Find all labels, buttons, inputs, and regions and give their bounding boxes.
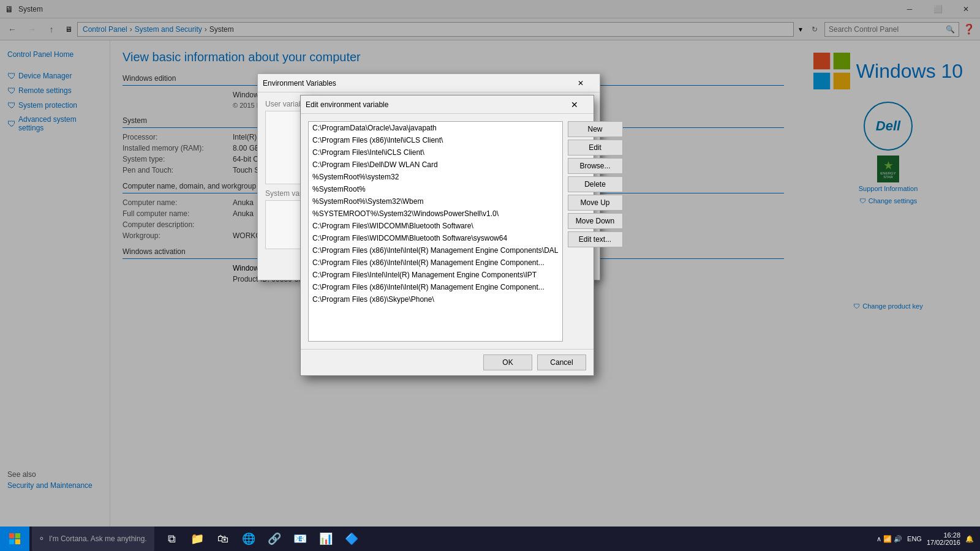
notification-button[interactable]: 🔔 <box>965 535 974 543</box>
path-list-area: C:\ProgramData\Oracle\Java\javapathC:\Pr… <box>308 121 563 342</box>
edit-env-dialog: Edit environment variable ✕ C:\ProgramDa… <box>300 95 594 376</box>
network-button[interactable]: 🔗 <box>262 527 287 551</box>
file-explorer-button[interactable]: 📁 <box>185 527 209 551</box>
svg-rect-6 <box>9 539 14 544</box>
list-item-empty[interactable] <box>309 330 562 342</box>
list-item[interactable]: C:\ProgramData\Oracle\Java\javapath <box>309 122 562 134</box>
list-item[interactable]: C:\Program Files (x86)\Intel\Intel(R) Ma… <box>309 281 562 293</box>
date-display: 17/02/2016 <box>927 539 960 546</box>
delete-button[interactable]: Delete <box>568 176 623 192</box>
time-display: 16:28 <box>927 531 960 539</box>
system-tray-icons: ∧ 📶 🔊 <box>876 535 902 543</box>
edit-cancel-button[interactable]: Cancel <box>537 354 586 370</box>
taskbar-right: ∧ 📶 🔊 ENG 16:28 17/02/2016 🔔 <box>876 531 980 546</box>
path-list[interactable]: C:\ProgramData\Oracle\Java\javapathC:\Pr… <box>308 121 563 342</box>
edit-text-button[interactable]: Edit text... <box>568 231 623 247</box>
list-item-empty[interactable] <box>309 318 562 330</box>
list-item[interactable]: %SYSTEMROOT%\System32\WindowsPowerShell\… <box>309 208 562 220</box>
list-item-empty[interactable] <box>309 305 562 318</box>
edit-dialog-close-button[interactable]: ✕ <box>560 96 589 114</box>
list-item[interactable]: C:\Program Files\Intel\iCLS Client\ <box>309 146 562 159</box>
list-item[interactable]: C:\Program Files (x86)\Intel\Intel(R) Ma… <box>309 257 562 269</box>
list-item[interactable]: %SystemRoot% <box>309 183 562 195</box>
list-item[interactable]: C:\Program Files\WIDCOMM\Bluetooth Softw… <box>309 220 562 232</box>
move-up-button[interactable]: Move Up <box>568 195 623 211</box>
list-item[interactable]: C:\Program Files (x86)\Intel\Intel(R) Ma… <box>309 244 562 257</box>
cortana-text: I'm Cortana. Ask me anything. <box>49 534 147 543</box>
cortana-search[interactable]: ⚬ I'm Cortana. Ask me anything. <box>32 527 154 551</box>
list-item[interactable]: C:\Program Files (x86)\Skype\Phone\ <box>309 293 562 305</box>
clock: 16:28 17/02/2016 <box>927 531 960 546</box>
search-circle-icon: ⚬ <box>38 534 45 544</box>
move-down-button[interactable]: Move Down <box>568 213 623 229</box>
start-windows-icon <box>9 533 20 544</box>
start-button[interactable] <box>0 527 29 551</box>
list-item[interactable]: %SystemRoot%\System32\Wbem <box>309 195 562 208</box>
language-indicator: ENG <box>907 535 922 542</box>
task-view-button[interactable]: ⧉ <box>159 527 184 551</box>
taskbar: ⚬ I'm Cortana. Ask me anything. ⧉ 📁 🛍 🌐 … <box>0 527 980 551</box>
edit-button[interactable]: Edit <box>568 140 623 156</box>
store-button[interactable]: 🛍 <box>211 527 235 551</box>
env-dialog-close-button[interactable]: ✕ <box>567 74 595 92</box>
edit-dialog-footer: OK Cancel <box>301 349 594 375</box>
list-item[interactable]: C:\Program Files (x86)\Intel\iCLS Client… <box>309 134 562 146</box>
browse-button[interactable]: Browse... <box>568 158 623 174</box>
mail-button[interactable]: 📧 <box>288 527 312 551</box>
env-dialog-title-bar: Environment Variables ✕ <box>258 74 600 92</box>
svg-rect-4 <box>9 533 14 538</box>
edit-dialog-title-bar: Edit environment variable ✕ <box>301 96 594 114</box>
edit-action-buttons: New Edit Browse... Delete Move Up Move D… <box>568 121 623 342</box>
app-button[interactable]: 🔷 <box>339 527 364 551</box>
edit-dialog-content: C:\ProgramData\Oracle\Java\javapathC:\Pr… <box>301 114 594 349</box>
env-dialog-title-text: Environment Variables <box>263 79 567 88</box>
list-item[interactable]: C:\Program Files\WIDCOMM\Bluetooth Softw… <box>309 232 562 244</box>
list-item[interactable]: %SystemRoot%\system32 <box>309 171 562 183</box>
svg-rect-5 <box>15 533 20 538</box>
powerpoint-button[interactable]: 📊 <box>314 527 338 551</box>
edit-ok-button[interactable]: OK <box>483 354 532 370</box>
new-button[interactable]: New <box>568 121 623 137</box>
svg-rect-7 <box>15 539 20 544</box>
edit-dialog-title-text: Edit environment variable <box>306 100 560 109</box>
taskbar-icons: ⧉ 📁 🛍 🌐 🔗 📧 📊 🔷 <box>159 527 364 551</box>
list-item[interactable]: C:\Program Files\Intel\Intel(R) Manageme… <box>309 269 562 281</box>
chrome-button[interactable]: 🌐 <box>236 527 261 551</box>
list-item[interactable]: C:\Program Files\Dell\DW WLAN Card <box>309 159 562 171</box>
